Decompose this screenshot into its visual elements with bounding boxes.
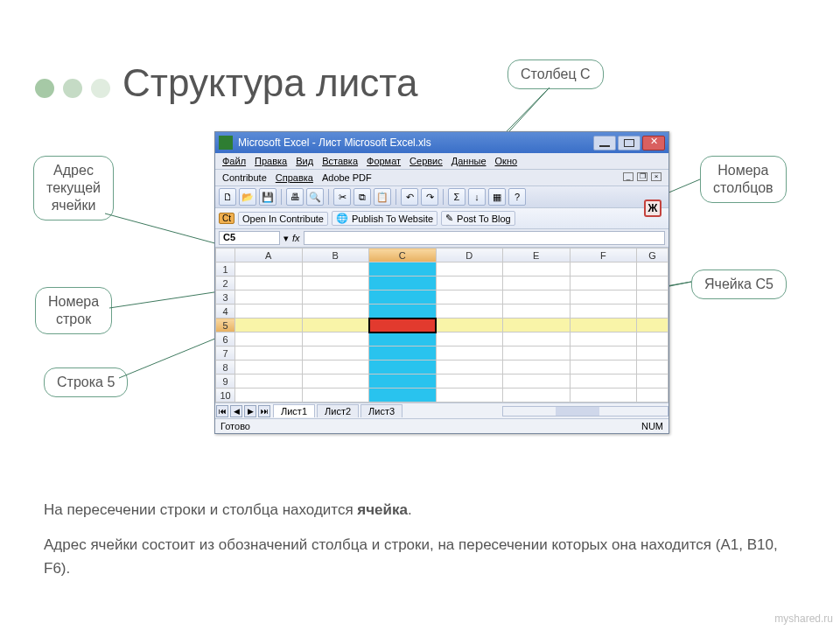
- row-header[interactable]: 4: [216, 304, 235, 318]
- formula-input[interactable]: [304, 231, 665, 245]
- menu-format[interactable]: Формат: [367, 156, 401, 166]
- save-icon[interactable]: 💾: [259, 188, 276, 206]
- new-file-icon[interactable]: 🗋: [219, 188, 236, 206]
- redo-icon[interactable]: ↷: [421, 188, 438, 206]
- publish-to-website-button[interactable]: 🌐Publish To Website: [332, 211, 438, 226]
- doc-restore-button[interactable]: ❐: [637, 172, 648, 181]
- sheet-tab-1[interactable]: Лист1: [273, 404, 315, 417]
- menu-file[interactable]: Файл: [222, 156, 246, 166]
- slide-bullets: [35, 79, 110, 98]
- autosum-icon[interactable]: Σ: [448, 188, 466, 206]
- col-header-b[interactable]: B: [302, 248, 369, 262]
- row-header[interactable]: 6: [216, 332, 235, 346]
- chart-icon[interactable]: ▦: [488, 188, 506, 206]
- standard-toolbar: 🗋 📂 💾 🖶 🔍 ✂ ⧉ 📋 ↶ ↷ Σ ↓ ▦ ?: [215, 186, 668, 208]
- menu-tools[interactable]: Сервис: [410, 156, 443, 166]
- row-header[interactable]: 1: [216, 262, 235, 276]
- prev-sheet-button[interactable]: ◀: [230, 405, 242, 417]
- row-header[interactable]: 9: [216, 374, 235, 388]
- menu-bar-2: Contribute Справка Adobe PDF _ ❐ ×: [215, 170, 668, 186]
- undo-icon[interactable]: ↶: [401, 188, 418, 206]
- contribute-toolbar: Ct Open In Contribute 🌐Publish To Websit…: [215, 208, 668, 229]
- col-header-e[interactable]: E: [503, 248, 570, 262]
- menu-view[interactable]: Вид: [296, 156, 313, 166]
- svg-line-7: [119, 334, 226, 378]
- dropdown-icon[interactable]: ▾: [284, 233, 289, 244]
- status-num: NUM: [641, 421, 663, 431]
- callout-column-numbers: Номера столбцов: [700, 156, 787, 203]
- fx-label[interactable]: fx: [292, 233, 300, 243]
- excel-logo-icon: [219, 136, 233, 150]
- callout-current-cell-address: Адрес текущей ячейки: [33, 156, 114, 220]
- open-in-contribute-button[interactable]: Open In Contribute: [238, 212, 328, 226]
- paste-icon[interactable]: 📋: [374, 188, 391, 206]
- maximize-button[interactable]: [618, 136, 640, 150]
- menu-edit[interactable]: Правка: [255, 156, 287, 166]
- row-header[interactable]: 2: [216, 276, 235, 290]
- excel-window: Microsoft Excel - Лист Microsoft Excel.x…: [214, 131, 669, 434]
- open-file-icon[interactable]: 📂: [239, 188, 256, 206]
- menu-adobe-pdf[interactable]: Adobe PDF: [322, 172, 372, 183]
- menu-help[interactable]: Справка: [276, 172, 313, 183]
- horizontal-scrollbar[interactable]: [502, 406, 668, 416]
- window-titlebar: Microsoft Excel - Лист Microsoft Excel.x…: [215, 132, 668, 153]
- sheet-tab-bar: ⏮ ◀ ▶ ⏭ Лист1 Лист2 Лист3: [215, 402, 668, 418]
- contribute-badge: Ct: [219, 213, 234, 224]
- watermark: myshared.ru: [774, 612, 833, 625]
- name-box[interactable]: C5: [219, 231, 280, 245]
- post-to-blog-button[interactable]: ✎Post To Blog: [441, 211, 515, 226]
- row-header[interactable]: 10: [216, 388, 235, 402]
- select-all-corner[interactable]: [216, 248, 235, 262]
- first-sheet-button[interactable]: ⏮: [216, 405, 228, 417]
- close-button[interactable]: [642, 136, 665, 150]
- row-header[interactable]: 8: [216, 360, 235, 374]
- callout-row-5: Строка 5: [44, 368, 128, 397]
- row-header[interactable]: 3: [216, 290, 235, 304]
- row-header[interactable]: 7: [216, 346, 235, 360]
- menu-bar: Файл Правка Вид Вставка Формат Сервис Да…: [215, 153, 668, 170]
- print-icon[interactable]: 🖶: [286, 188, 304, 206]
- window-title: Microsoft Excel - Лист Microsoft Excel.x…: [238, 136, 431, 149]
- slide-description: На пересечении строки и столбца находитс…: [44, 499, 796, 592]
- cell-c5[interactable]: [369, 318, 437, 332]
- callout-row-numbers: Номера строк: [35, 287, 112, 334]
- row-header-5[interactable]: 5: [216, 318, 235, 332]
- next-sheet-button[interactable]: ▶: [244, 405, 256, 417]
- menu-window[interactable]: Окно: [495, 156, 518, 166]
- minimize-button[interactable]: [593, 136, 616, 150]
- menu-insert[interactable]: Вставка: [322, 156, 358, 166]
- col-header-f[interactable]: F: [570, 248, 637, 262]
- sheet-tab-3[interactable]: Лист3: [360, 404, 402, 417]
- col-header-a[interactable]: A: [235, 248, 303, 262]
- callout-cell-c5: Ячейка С5: [691, 270, 787, 299]
- sheet-tab-2[interactable]: Лист2: [317, 404, 359, 417]
- doc-min-button[interactable]: _: [623, 172, 634, 181]
- status-ready: Готово: [220, 421, 250, 431]
- dot-icon: [91, 79, 110, 98]
- bold-button-highlighted[interactable]: Ж: [644, 200, 662, 217]
- last-sheet-button[interactable]: ⏭: [258, 405, 270, 417]
- status-bar: Готово NUM: [215, 418, 668, 433]
- slide-title: Структура листа: [122, 61, 417, 105]
- print-preview-icon[interactable]: 🔍: [306, 188, 324, 206]
- menu-data[interactable]: Данные: [452, 156, 486, 166]
- worksheet-grid[interactable]: A B C D E F G 1 2 3 4 5 6 7 8 9 10: [215, 248, 668, 402]
- help-icon[interactable]: ?: [508, 188, 526, 206]
- dot-icon: [63, 79, 82, 98]
- sort-icon[interactable]: ↓: [468, 188, 486, 206]
- dot-icon: [35, 79, 54, 98]
- doc-close-button[interactable]: ×: [651, 172, 662, 181]
- menu-contribute[interactable]: Contribute: [222, 172, 267, 183]
- cut-icon[interactable]: ✂: [333, 188, 351, 206]
- svg-line-4: [109, 290, 226, 308]
- col-header-d[interactable]: D: [436, 248, 503, 262]
- copy-icon[interactable]: ⧉: [354, 188, 371, 206]
- formula-bar: C5 ▾ fx: [215, 229, 668, 248]
- col-header-g[interactable]: G: [637, 248, 668, 262]
- col-header-c[interactable]: C: [369, 248, 437, 262]
- callout-column-c: Столбец С: [508, 60, 604, 89]
